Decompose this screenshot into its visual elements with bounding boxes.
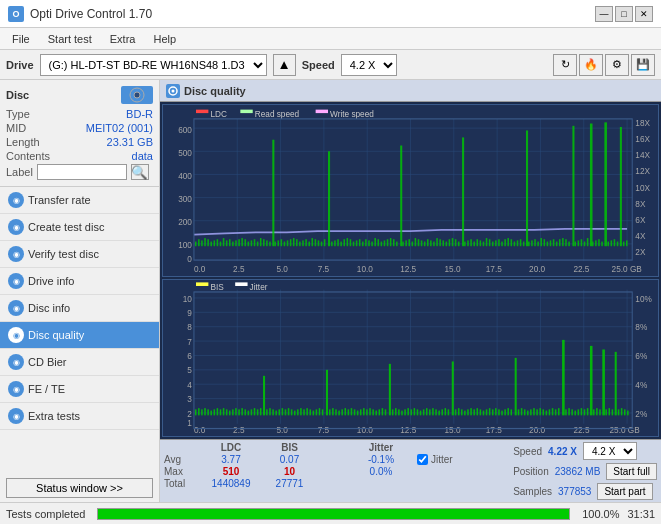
svg-rect-249 bbox=[238, 410, 240, 416]
menu-help[interactable]: Help bbox=[145, 31, 184, 47]
svg-rect-287 bbox=[357, 411, 359, 416]
sidebar-item-disc-info[interactable]: ◉ Disc info bbox=[0, 295, 159, 322]
svg-rect-263 bbox=[282, 408, 284, 415]
sidebar-item-extra-tests[interactable]: ◉ Extra tests bbox=[0, 403, 159, 430]
svg-rect-240 bbox=[210, 411, 212, 416]
svg-rect-163 bbox=[531, 240, 533, 246]
svg-rect-216 bbox=[196, 283, 208, 287]
stats-total-row: Total 1440849 27771 bbox=[164, 478, 411, 489]
svg-rect-89 bbox=[302, 240, 304, 246]
burn-button[interactable]: 🔥 bbox=[579, 54, 603, 76]
svg-rect-267 bbox=[294, 411, 296, 416]
svg-text:2%: 2% bbox=[635, 408, 647, 419]
svg-rect-101 bbox=[340, 242, 342, 247]
svg-rect-102 bbox=[343, 239, 345, 246]
status-bar: Tests completed 100.0% 31:31 bbox=[0, 502, 661, 524]
svg-text:16X: 16X bbox=[635, 134, 650, 145]
svg-text:2.5: 2.5 bbox=[233, 263, 245, 274]
svg-rect-332 bbox=[498, 410, 500, 416]
disc-info-icon: ◉ bbox=[8, 300, 24, 316]
menu-extra[interactable]: Extra bbox=[102, 31, 144, 47]
svg-rect-256 bbox=[260, 408, 262, 415]
start-full-button[interactable]: Start full bbox=[606, 463, 657, 480]
svg-rect-342 bbox=[530, 410, 532, 416]
svg-text:200: 200 bbox=[178, 217, 192, 228]
svg-rect-312 bbox=[435, 410, 437, 416]
svg-text:Jitter: Jitter bbox=[250, 281, 268, 292]
svg-rect-113 bbox=[378, 239, 380, 246]
svg-rect-121 bbox=[402, 242, 404, 247]
sidebar-item-verify-test-disc[interactable]: ◉ Verify test disc bbox=[0, 241, 159, 268]
nav-label-verify-test-disc: Verify test disc bbox=[28, 248, 99, 260]
svg-rect-354 bbox=[568, 408, 570, 415]
sidebar-item-fe-te[interactable]: ◉ FE / TE bbox=[0, 376, 159, 403]
svg-rect-309 bbox=[426, 408, 428, 415]
menu-file[interactable]: File bbox=[4, 31, 38, 47]
start-part-button[interactable]: Start part bbox=[597, 483, 652, 500]
svg-rect-235 bbox=[195, 410, 197, 416]
close-button[interactable]: ✕ bbox=[635, 6, 653, 22]
svg-text:8: 8 bbox=[187, 322, 192, 333]
svg-rect-59 bbox=[210, 242, 212, 247]
svg-rect-170 bbox=[553, 239, 555, 246]
disc-mid-key: MID bbox=[6, 122, 26, 134]
nav-label-cd-bier: CD Bier bbox=[28, 356, 67, 368]
svg-rect-328 bbox=[486, 410, 488, 416]
svg-rect-135 bbox=[446, 242, 448, 247]
svg-text:12.5: 12.5 bbox=[400, 263, 416, 274]
svg-rect-146 bbox=[480, 240, 482, 246]
status-window-button[interactable]: Status window >> bbox=[6, 478, 153, 498]
svg-text:10: 10 bbox=[183, 293, 192, 304]
speed-label: Speed bbox=[302, 59, 335, 71]
svg-rect-61 bbox=[217, 239, 219, 246]
sidebar-item-transfer-rate[interactable]: ◉ Transfer rate bbox=[0, 187, 159, 214]
sidebar-item-cd-bier[interactable]: ◉ CD Bier bbox=[0, 349, 159, 376]
menu-start-test[interactable]: Start test bbox=[40, 31, 100, 47]
svg-rect-273 bbox=[313, 411, 315, 416]
settings-button[interactable]: ⚙ bbox=[605, 54, 629, 76]
svg-text:10X: 10X bbox=[635, 182, 650, 193]
svg-text:500: 500 bbox=[178, 147, 192, 158]
svg-text:2X: 2X bbox=[635, 247, 645, 258]
save-button[interactable]: 💾 bbox=[631, 54, 655, 76]
disc-label-input[interactable] bbox=[37, 164, 127, 180]
svg-rect-79 bbox=[272, 140, 274, 246]
svg-text:25.0 GB: 25.0 GB bbox=[610, 425, 640, 436]
minimize-button[interactable]: — bbox=[595, 6, 613, 22]
svg-rect-142 bbox=[467, 240, 469, 246]
disc-label-button[interactable]: 🔍 bbox=[131, 164, 149, 180]
sidebar-item-disc-quality[interactable]: ◉ Disc quality bbox=[0, 322, 159, 349]
refresh-button[interactable]: ↻ bbox=[553, 54, 577, 76]
drive-select[interactable]: (G:) HL-DT-ST BD-RE WH16NS48 1.D3 bbox=[40, 54, 267, 76]
stats-speed-dropdown[interactable]: 4.2 X bbox=[583, 442, 637, 460]
svg-rect-128 bbox=[424, 242, 426, 247]
stats-max-row: Max 510 10 0.0% bbox=[164, 466, 411, 477]
disc-quality-chart-icon bbox=[166, 84, 180, 98]
svg-text:15.0: 15.0 bbox=[445, 263, 461, 274]
svg-rect-151 bbox=[495, 240, 497, 246]
jitter-checkbox[interactable] bbox=[417, 454, 428, 465]
svg-rect-69 bbox=[241, 238, 243, 246]
maximize-button[interactable]: □ bbox=[615, 6, 633, 22]
svg-rect-344 bbox=[536, 410, 538, 416]
svg-rect-112 bbox=[374, 238, 376, 246]
svg-rect-320 bbox=[461, 410, 463, 416]
stats-position-label: Position bbox=[513, 466, 549, 477]
svg-rect-257 bbox=[263, 376, 265, 416]
disc-panel-title: Disc bbox=[6, 89, 29, 101]
nav-label-transfer-rate: Transfer rate bbox=[28, 194, 91, 206]
svg-rect-274 bbox=[316, 410, 318, 416]
svg-rect-339 bbox=[521, 408, 523, 415]
disc-contents-key: Contents bbox=[6, 150, 50, 162]
svg-rect-152 bbox=[498, 239, 500, 246]
svg-rect-251 bbox=[244, 410, 246, 416]
sidebar-item-create-test-disc[interactable]: ◉ Create test disc bbox=[0, 214, 159, 241]
svg-rect-106 bbox=[356, 240, 358, 246]
svg-rect-115 bbox=[384, 240, 386, 246]
eject-button[interactable]: ▲ bbox=[273, 54, 296, 76]
svg-text:22.5: 22.5 bbox=[573, 425, 589, 436]
speed-select[interactable]: 4.2 X bbox=[341, 54, 397, 76]
svg-rect-60 bbox=[214, 240, 216, 246]
sidebar-item-drive-info[interactable]: ◉ Drive info bbox=[0, 268, 159, 295]
app-window: O Opti Drive Control 1.70 — □ ✕ File Sta… bbox=[0, 0, 661, 524]
